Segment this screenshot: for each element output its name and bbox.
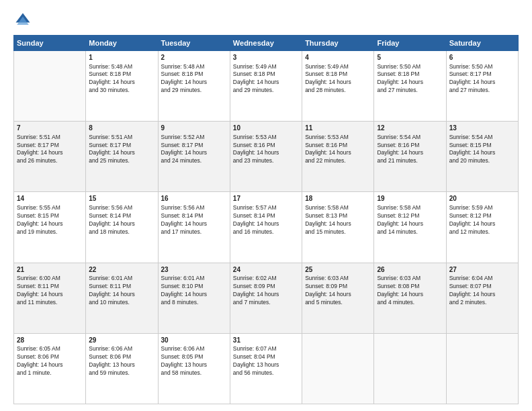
day-info: Sunrise: 5:57 AM Sunset: 8:14 PM Dayligh… bbox=[233, 204, 299, 236]
day-number: 11 bbox=[305, 124, 371, 133]
day-info: Sunrise: 5:49 AM Sunset: 8:18 PM Dayligh… bbox=[233, 63, 299, 95]
calendar-cell: 18Sunrise: 5:58 AM Sunset: 8:13 PM Dayli… bbox=[302, 192, 374, 263]
calendar-header-thursday: Thursday bbox=[302, 36, 374, 51]
day-number: 22 bbox=[89, 265, 154, 275]
day-info: Sunrise: 6:00 AM Sunset: 8:11 PM Dayligh… bbox=[17, 275, 83, 307]
day-info: Sunrise: 6:03 AM Sunset: 8:08 PM Dayligh… bbox=[377, 275, 443, 307]
page: SundayMondayTuesdayWednesdayThursdayFrid… bbox=[0, 0, 532, 411]
calendar-row: 1Sunrise: 5:48 AM Sunset: 8:18 PM Daylig… bbox=[14, 51, 519, 122]
calendar-cell: 13Sunrise: 5:54 AM Sunset: 8:15 PM Dayli… bbox=[446, 122, 518, 192]
day-info: Sunrise: 5:58 AM Sunset: 8:13 PM Dayligh… bbox=[305, 204, 371, 236]
day-info: Sunrise: 5:53 AM Sunset: 8:16 PM Dayligh… bbox=[233, 134, 299, 166]
day-number: 18 bbox=[305, 194, 371, 203]
calendar-cell: 26Sunrise: 6:03 AM Sunset: 8:08 PM Dayli… bbox=[374, 263, 446, 333]
calendar-cell: 15Sunrise: 5:56 AM Sunset: 8:14 PM Dayli… bbox=[86, 192, 158, 263]
calendar-header-saturday: Saturday bbox=[446, 36, 518, 51]
calendar-row: 14Sunrise: 5:55 AM Sunset: 8:15 PM Dayli… bbox=[14, 192, 519, 263]
calendar-cell: 17Sunrise: 5:57 AM Sunset: 8:14 PM Dayli… bbox=[230, 192, 302, 263]
calendar-cell: 27Sunrise: 6:04 AM Sunset: 8:07 PM Dayli… bbox=[446, 263, 518, 333]
day-info: Sunrise: 5:58 AM Sunset: 8:12 PM Dayligh… bbox=[377, 204, 443, 236]
day-number: 7 bbox=[17, 124, 83, 133]
calendar-cell: 9Sunrise: 5:52 AM Sunset: 8:17 PM Daylig… bbox=[158, 122, 230, 192]
day-info: Sunrise: 5:54 AM Sunset: 8:15 PM Dayligh… bbox=[449, 134, 515, 166]
calendar-cell: 30Sunrise: 6:06 AM Sunset: 8:05 PM Dayli… bbox=[158, 333, 230, 404]
day-info: Sunrise: 5:51 AM Sunset: 8:17 PM Dayligh… bbox=[17, 134, 83, 166]
calendar-cell bbox=[446, 333, 518, 404]
calendar-cell bbox=[374, 333, 446, 404]
calendar-cell bbox=[302, 333, 374, 404]
day-number: 12 bbox=[377, 124, 443, 133]
day-info: Sunrise: 5:53 AM Sunset: 8:16 PM Dayligh… bbox=[305, 134, 371, 166]
day-info: Sunrise: 6:06 AM Sunset: 8:05 PM Dayligh… bbox=[161, 345, 227, 377]
calendar-cell: 2Sunrise: 5:48 AM Sunset: 8:18 PM Daylig… bbox=[158, 51, 230, 122]
calendar-cell: 10Sunrise: 5:53 AM Sunset: 8:16 PM Dayli… bbox=[230, 122, 302, 192]
calendar-cell: 28Sunrise: 6:05 AM Sunset: 8:06 PM Dayli… bbox=[14, 333, 86, 404]
day-number: 25 bbox=[305, 265, 371, 275]
day-number: 15 bbox=[89, 194, 154, 203]
day-info: Sunrise: 5:56 AM Sunset: 8:14 PM Dayligh… bbox=[89, 204, 154, 236]
calendar-header-sunday: Sunday bbox=[14, 36, 86, 51]
calendar-header-tuesday: Tuesday bbox=[158, 36, 230, 51]
day-info: Sunrise: 5:51 AM Sunset: 8:17 PM Dayligh… bbox=[89, 134, 154, 166]
day-number: 21 bbox=[17, 265, 83, 275]
day-info: Sunrise: 5:48 AM Sunset: 8:18 PM Dayligh… bbox=[89, 63, 154, 95]
calendar-cell: 6Sunrise: 5:50 AM Sunset: 8:17 PM Daylig… bbox=[446, 51, 518, 122]
day-number: 5 bbox=[377, 53, 443, 62]
day-info: Sunrise: 5:55 AM Sunset: 8:15 PM Dayligh… bbox=[17, 204, 83, 236]
day-number: 13 bbox=[449, 124, 515, 133]
calendar-cell: 12Sunrise: 5:54 AM Sunset: 8:16 PM Dayli… bbox=[374, 122, 446, 192]
day-info: Sunrise: 5:50 AM Sunset: 8:17 PM Dayligh… bbox=[449, 63, 515, 95]
day-number: 27 bbox=[449, 265, 515, 275]
day-info: Sunrise: 6:04 AM Sunset: 8:07 PM Dayligh… bbox=[449, 275, 515, 307]
day-info: Sunrise: 6:07 AM Sunset: 8:04 PM Dayligh… bbox=[233, 345, 299, 377]
day-number: 23 bbox=[161, 265, 227, 275]
day-number: 20 bbox=[449, 194, 515, 203]
calendar-cell: 8Sunrise: 5:51 AM Sunset: 8:17 PM Daylig… bbox=[86, 122, 158, 192]
day-info: Sunrise: 6:05 AM Sunset: 8:06 PM Dayligh… bbox=[17, 345, 83, 377]
logo bbox=[13, 11, 35, 30]
calendar-cell: 4Sunrise: 5:49 AM Sunset: 8:18 PM Daylig… bbox=[302, 51, 374, 122]
day-number: 17 bbox=[233, 194, 299, 203]
calendar-cell: 22Sunrise: 6:01 AM Sunset: 8:11 PM Dayli… bbox=[86, 263, 158, 333]
calendar-cell: 7Sunrise: 5:51 AM Sunset: 8:17 PM Daylig… bbox=[14, 122, 86, 192]
day-info: Sunrise: 6:01 AM Sunset: 8:10 PM Dayligh… bbox=[161, 275, 227, 307]
day-number: 8 bbox=[89, 124, 154, 133]
day-info: Sunrise: 5:48 AM Sunset: 8:18 PM Dayligh… bbox=[161, 63, 227, 95]
day-number: 26 bbox=[377, 265, 443, 275]
calendar-cell: 3Sunrise: 5:49 AM Sunset: 8:18 PM Daylig… bbox=[230, 51, 302, 122]
day-info: Sunrise: 5:52 AM Sunset: 8:17 PM Dayligh… bbox=[161, 134, 227, 166]
calendar-cell: 29Sunrise: 6:06 AM Sunset: 8:06 PM Dayli… bbox=[86, 333, 158, 404]
day-number: 1 bbox=[89, 53, 154, 62]
calendar-row: 7Sunrise: 5:51 AM Sunset: 8:17 PM Daylig… bbox=[14, 122, 519, 192]
calendar-cell: 16Sunrise: 5:56 AM Sunset: 8:14 PM Dayli… bbox=[158, 192, 230, 263]
day-info: Sunrise: 5:56 AM Sunset: 8:14 PM Dayligh… bbox=[161, 204, 227, 236]
day-info: Sunrise: 6:02 AM Sunset: 8:09 PM Dayligh… bbox=[233, 275, 299, 307]
calendar-cell: 11Sunrise: 5:53 AM Sunset: 8:16 PM Dayli… bbox=[302, 122, 374, 192]
header bbox=[13, 11, 519, 30]
calendar: SundayMondayTuesdayWednesdayThursdayFrid… bbox=[13, 35, 519, 404]
day-number: 29 bbox=[89, 336, 154, 345]
calendar-header-row: SundayMondayTuesdayWednesdayThursdayFrid… bbox=[14, 36, 519, 51]
day-number: 31 bbox=[233, 336, 299, 345]
day-number: 14 bbox=[17, 194, 83, 203]
day-number: 28 bbox=[17, 336, 83, 345]
calendar-cell: 31Sunrise: 6:07 AM Sunset: 8:04 PM Dayli… bbox=[230, 333, 302, 404]
calendar-cell: 24Sunrise: 6:02 AM Sunset: 8:09 PM Dayli… bbox=[230, 263, 302, 333]
calendar-cell: 19Sunrise: 5:58 AM Sunset: 8:12 PM Dayli… bbox=[374, 192, 446, 263]
calendar-row: 28Sunrise: 6:05 AM Sunset: 8:06 PM Dayli… bbox=[14, 333, 519, 404]
day-number: 16 bbox=[161, 194, 227, 203]
day-number: 30 bbox=[161, 336, 227, 345]
day-info: Sunrise: 6:03 AM Sunset: 8:09 PM Dayligh… bbox=[305, 275, 371, 307]
calendar-cell: 25Sunrise: 6:03 AM Sunset: 8:09 PM Dayli… bbox=[302, 263, 374, 333]
calendar-row: 21Sunrise: 6:00 AM Sunset: 8:11 PM Dayli… bbox=[14, 263, 519, 333]
calendar-cell: 1Sunrise: 5:48 AM Sunset: 8:18 PM Daylig… bbox=[86, 51, 158, 122]
day-number: 24 bbox=[233, 265, 299, 275]
day-info: Sunrise: 6:01 AM Sunset: 8:11 PM Dayligh… bbox=[89, 275, 154, 307]
calendar-header-wednesday: Wednesday bbox=[230, 36, 302, 51]
logo-icon bbox=[13, 11, 32, 30]
calendar-cell: 23Sunrise: 6:01 AM Sunset: 8:10 PM Dayli… bbox=[158, 263, 230, 333]
calendar-header-friday: Friday bbox=[374, 36, 446, 51]
day-number: 19 bbox=[377, 194, 443, 203]
day-number: 4 bbox=[305, 53, 371, 62]
day-number: 10 bbox=[233, 124, 299, 133]
